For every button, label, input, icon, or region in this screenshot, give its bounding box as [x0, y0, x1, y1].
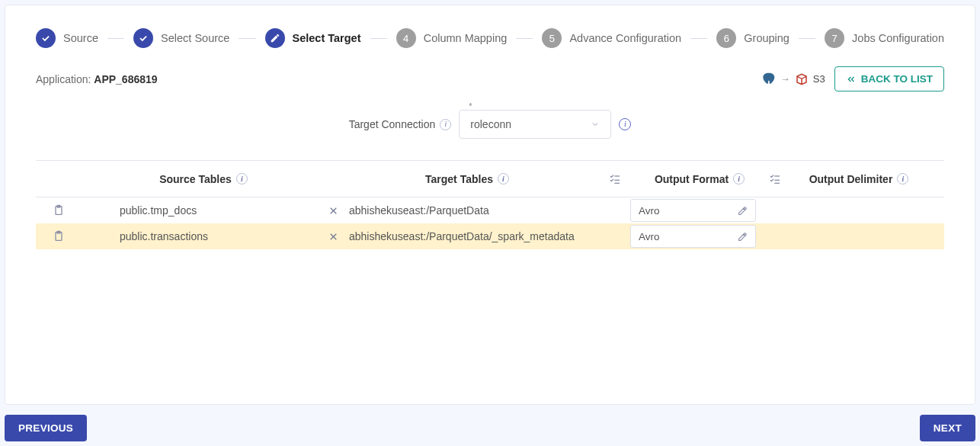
back-to-list-label: BACK TO LIST — [861, 73, 933, 85]
step-source[interactable]: Source — [36, 28, 98, 48]
step-advance-configuration[interactable]: 5 Advance Configuration — [542, 28, 681, 48]
next-button[interactable]: NEXT — [920, 415, 975, 441]
step-label: Select Source — [161, 32, 229, 44]
step-label: Grouping — [744, 32, 789, 44]
clear-target-icon[interactable] — [325, 206, 338, 216]
target-connection-row: Target Connection i * roleconn i — [36, 110, 944, 139]
target-table-cell: abhishekuseast:/ParquetData — [349, 204, 489, 217]
chevron-down-icon — [591, 120, 600, 129]
pencil-icon — [265, 28, 285, 48]
destination-label: S3 — [813, 73, 825, 85]
target-connection-value: roleconn — [470, 118, 511, 130]
edit-icon — [738, 232, 748, 242]
step-connector — [799, 38, 815, 39]
edit-icon — [738, 206, 748, 216]
s3-icon — [795, 72, 809, 86]
application-prefix: Application: — [36, 73, 94, 85]
info-icon[interactable]: i — [498, 173, 509, 184]
step-number: 5 — [542, 28, 562, 48]
source-table-cell: public.tmp_docs — [82, 204, 325, 217]
table-row: public.transactions abhishekuseast:/Parq… — [36, 223, 944, 249]
step-label: Source — [63, 32, 98, 44]
application-title: Application: APP_686819 — [36, 73, 158, 85]
step-select-target[interactable]: Select Target — [265, 28, 361, 48]
required-indicator: * — [469, 101, 472, 111]
connection-icons: → S3 — [761, 72, 825, 87]
step-connector — [690, 38, 707, 39]
header-source-tables: Source Tables i — [82, 173, 325, 185]
bulk-edit-icon[interactable] — [609, 173, 621, 185]
step-connector — [516, 38, 533, 39]
header-target-tables: Target Tables i — [325, 173, 609, 185]
output-format-value: Avro — [639, 231, 660, 242]
step-label: Jobs Configuration — [852, 32, 944, 44]
chevron-double-left-icon — [846, 74, 857, 85]
step-number: 6 — [716, 28, 736, 48]
output-format-value: Avro — [639, 205, 660, 217]
step-grouping[interactable]: 6 Grouping — [716, 28, 789, 48]
step-label: Select Target — [293, 32, 361, 44]
info-icon[interactable]: i — [236, 173, 248, 184]
clipboard-icon[interactable] — [36, 230, 82, 242]
application-name: APP_686819 — [94, 73, 157, 85]
wizard-stepper: Source Select Source Select Target 4 Col… — [36, 28, 944, 48]
header-output-format: Output Format i — [630, 173, 769, 185]
output-format-select[interactable]: Avro — [630, 225, 756, 248]
step-connector — [370, 38, 387, 39]
check-icon — [133, 28, 153, 48]
step-number: 4 — [396, 28, 416, 48]
table-row: public.tmp_docs abhishekuseast:/ParquetD… — [36, 197, 944, 223]
check-icon — [36, 28, 56, 48]
info-icon[interactable]: i — [619, 118, 631, 130]
target-connection-select[interactable]: * roleconn — [459, 110, 611, 139]
source-table-cell: public.transactions — [82, 230, 325, 242]
back-to-list-button[interactable]: BACK TO LIST — [834, 66, 944, 91]
application-row: Application: APP_686819 → S3 — [36, 66, 944, 91]
step-label: Advance Configuration — [569, 32, 681, 44]
postgres-icon — [761, 72, 776, 87]
step-connector — [107, 38, 124, 39]
header-output-delimiter: Output Delimiter i — [790, 173, 927, 185]
clear-target-icon[interactable] — [325, 232, 338, 242]
step-number: 7 — [825, 28, 844, 48]
info-icon[interactable]: i — [440, 119, 451, 130]
tables-grid: Source Tables i Target Tables i Output F… — [36, 160, 944, 249]
step-column-mapping[interactable]: 4 Column Mapping — [396, 28, 508, 48]
step-label: Column Mapping — [424, 32, 508, 44]
info-icon[interactable]: i — [897, 173, 908, 184]
target-table-cell: abhishekuseast:/ParquetData/_spark_metad… — [349, 230, 575, 242]
info-icon[interactable]: i — [733, 173, 745, 184]
bulk-edit-icon[interactable] — [769, 173, 781, 185]
table-header: Source Tables i Target Tables i Output F… — [36, 161, 944, 197]
target-connection-label: Target Connection — [349, 118, 436, 130]
previous-button[interactable]: PREVIOUS — [5, 415, 87, 441]
arrow-right-icon: → — [780, 73, 790, 85]
footer-buttons: PREVIOUS NEXT — [5, 415, 975, 441]
step-select-source[interactable]: Select Source — [133, 28, 229, 48]
step-jobs-configuration[interactable]: 7 Jobs Configuration — [825, 28, 944, 48]
clipboard-icon[interactable] — [36, 204, 82, 217]
step-connector — [239, 38, 255, 39]
output-format-select[interactable]: Avro — [630, 199, 756, 222]
